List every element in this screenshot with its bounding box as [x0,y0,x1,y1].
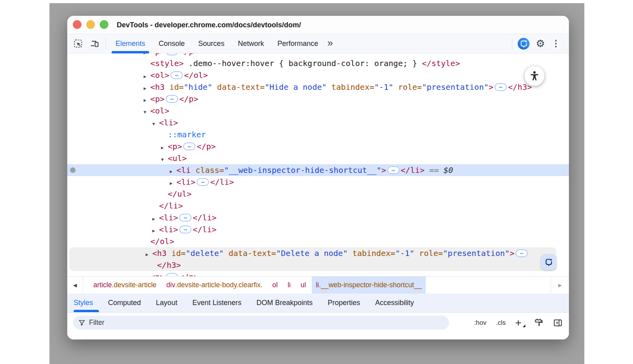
devtools-toolbar: ElementsConsoleSourcesNetworkPerformance… [67,34,569,53]
collapsed-children-badge[interactable]: ⋯ [179,226,191,233]
dom-node-row[interactable]: ▼<ol> [67,105,569,117]
dom-token-tag: </p> [197,142,216,151]
collapsed-children-badge[interactable]: ⋯ [166,95,178,103]
dom-token-val: "presentation" [443,248,510,258]
ai-assistance-fab[interactable] [541,255,556,270]
dom-node-row[interactable]: ▶<p>⋯</p> [67,53,569,57]
breadcrumb-tag: ol [272,281,278,289]
dom-token-tag: </p> [179,272,198,276]
device-toolbar-icon[interactable] [86,34,103,53]
dom-node-row[interactable]: </li> [67,200,569,212]
breadcrumb-item-article-devsite-article[interactable]: article.devsite-article [89,277,161,294]
dom-token-tag: </li> [193,225,216,234]
dom-node-row[interactable]: ▶<h3 id="hide" data-text="Hide a node" t… [67,81,569,93]
dom-tree-panel: ▶<p>⋯</p><style> .demo--hover:hover { ba… [67,53,569,276]
styles-filter-bar: :hov .cls + [67,313,569,333]
styles-tab-dom-breakpoints[interactable]: DOM Breakpoints [249,294,320,312]
dom-token-val: "hide" [184,82,212,92]
styles-tab-computed[interactable]: Computed [100,294,148,312]
dom-token-attr: tabindex= [327,82,374,92]
style-filter-field[interactable] [73,316,449,330]
more-tabs-icon[interactable]: » [325,37,337,51]
dom-node-row[interactable]: ▶<h3 id="delete" data-text="Delete a nod… [69,247,556,259]
kebab-menu-icon[interactable]: ⋮ [549,38,563,49]
styles-tab-properties[interactable]: Properties [320,294,368,312]
dom-token-tag: <p> [150,94,165,104]
dom-token-dollar: $0 [443,165,453,175]
dom-node-row[interactable]: ▶<li>⋯</li> [67,224,569,235]
dom-node-row-selected[interactable]: ▶<li class="__web-inspector-hide-shortcu… [67,164,569,176]
collapsed-children-badge[interactable]: ⋯ [179,214,191,222]
dom-node-row[interactable]: </ul> [67,188,569,200]
dom-node-row[interactable]: ▼<li> [67,117,569,129]
dom-token-val: "-1" [395,248,414,258]
dom-node-row[interactable]: ▶<ol>⋯</ol> [67,69,569,81]
filter-input[interactable] [89,318,326,327]
tab-elements[interactable]: Elements [109,34,152,53]
dom-token-tag: <h3 [150,82,165,92]
window-bottom-strip [67,333,569,339]
collapsed-children-badge[interactable]: ⋯ [166,273,178,276]
dom-node-row[interactable]: </h3> [69,259,556,271]
dom-node-row[interactable]: ▶<p>⋯</p> [67,93,569,105]
collapsed-children-badge[interactable]: ⋯ [515,249,528,257]
tab-performance[interactable]: Performance [271,34,325,53]
activity-dot-icon [70,167,76,173]
rendering-emulations-icon[interactable] [534,318,544,328]
breadcrumb-item-li[interactable]: li [284,277,295,294]
dom-token-eq: == [425,165,443,175]
breadcrumb-item-ol[interactable]: ol [268,277,282,294]
collapsed-children-badge[interactable]: ⋯ [197,178,209,186]
dom-token-tag: </li> [210,177,234,187]
dom-node-row[interactable]: ▶<li>⋯</li> [67,176,569,188]
pseudo-state-toggle[interactable]: :hov [474,319,486,326]
collapsed-children-badge[interactable]: ⋯ [166,53,178,55]
dom-token-tag: <ol> [150,70,169,80]
settings-gear-icon[interactable]: ⚙ [532,38,549,50]
dom-token-tag: </li> [159,201,183,210]
ai-assistance-icon[interactable] [515,34,532,53]
dom-token-attr: tabindex= [348,248,395,258]
inspect-element-icon[interactable] [70,34,86,53]
accessibility-fab[interactable] [525,66,544,86]
collapsed-children-badge[interactable]: ⋯ [183,142,195,150]
dom-node-row[interactable]: ▼<ul> [67,152,569,164]
dom-node-row[interactable]: </ol> [67,235,569,247]
dom-node-row[interactable]: ▶<p>⋯</p> [67,140,569,152]
dom-node-row[interactable]: <style> .demo--hover:hover { background-… [67,57,569,69]
collapsed-children-badge[interactable]: ⋯ [387,166,400,174]
styles-tab-styles[interactable]: Styles [74,294,100,312]
expand-arrow-right-icon[interactable]: ▶ [144,273,150,276]
maximize-window-button[interactable] [100,20,108,29]
toggle-sidebar-icon[interactable] [553,318,563,328]
styles-tab-layout[interactable]: Layout [148,294,185,312]
dom-token-tag: </h3> [157,260,181,270]
dom-token-val: "delete" [186,248,224,258]
element-classes-toggle[interactable]: .cls [496,319,506,326]
breadcrumb-scroll-right-icon[interactable]: ▶ [551,277,569,294]
dom-token-tag: > [489,82,493,92]
dom-token-attr: data-text= [224,248,276,258]
breadcrumb-item-ul[interactable]: ul [297,277,310,294]
dom-token-tag: <p> [150,53,165,56]
styles-tab-event-listeners[interactable]: Event Listeners [185,294,249,312]
collapsed-children-badge[interactable]: ⋯ [495,83,507,91]
tab-sources[interactable]: Sources [191,34,231,53]
dom-token-tag: > [510,248,514,258]
tab-console[interactable]: Console [152,34,191,53]
dom-node-row[interactable]: ▶<p>⋯</p> [67,271,569,276]
dom-token-attr: data-text= [212,82,265,92]
dom-node-row[interactable]: ::marker [67,129,569,140]
dom-token-pseudo: ::marker [168,130,206,139]
panel-tabs: ElementsConsoleSourcesNetworkPerformance [109,34,325,53]
minimize-window-button[interactable] [86,20,95,29]
tab-network[interactable]: Network [231,34,271,53]
breadcrumb-item-li-web-inspector-hide-shortcut[interactable]: li.__web-inspector-hide-shortcut__ [312,277,426,294]
styles-tab-accessibility[interactable]: Accessibility [368,294,421,312]
new-style-rule-button[interactable]: + [515,319,525,327]
breadcrumb-scroll-left-icon[interactable]: ◀ [67,277,83,294]
breadcrumb-item-div-devsite-article-body-clearfix[interactable]: div.devsite-article-body.clearfix. [163,277,267,294]
dom-node-row[interactable]: ▶<li>⋯</li> [67,212,569,224]
collapsed-children-badge[interactable]: ⋯ [171,71,183,79]
close-window-button[interactable] [73,20,81,29]
